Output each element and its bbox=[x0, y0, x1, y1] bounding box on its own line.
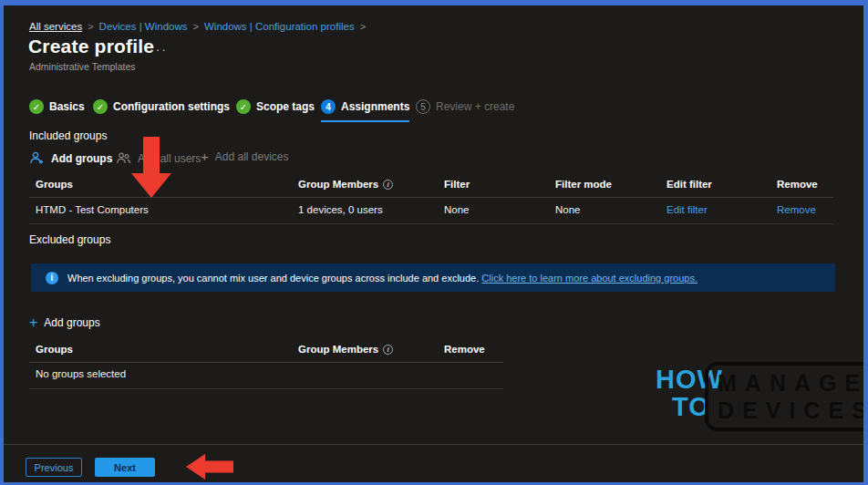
plus-icon: + bbox=[201, 150, 209, 163]
info-banner-text: When excluding groups, you cannot mix us… bbox=[67, 273, 698, 284]
person-add-icon bbox=[29, 150, 45, 166]
page-subtitle: Administrative Templates bbox=[29, 61, 136, 72]
add-all-devices-button[interactable]: + Add all devices bbox=[201, 150, 288, 163]
tab-label: Scope tags bbox=[256, 100, 315, 113]
logo-devices-text: DEVICES bbox=[718, 397, 868, 424]
excluded-col-group-members: Group Members i bbox=[298, 344, 393, 355]
people-icon bbox=[116, 150, 131, 166]
logo-box: MANAGE DEVICES bbox=[705, 362, 868, 431]
red-arrow-left-annotation bbox=[186, 454, 233, 480]
add-groups-label: Add groups bbox=[51, 152, 112, 165]
plus-icon: + bbox=[29, 316, 37, 329]
tab-configuration-settings[interactable]: ✓ Configuration settings bbox=[93, 99, 230, 114]
filter-mode-cell: None bbox=[555, 204, 581, 215]
breadcrumb: All services>Devices | Windows>Windows |… bbox=[29, 17, 371, 34]
info-icon: i bbox=[46, 272, 58, 284]
breadcrumb-configuration-profiles[interactable]: Windows | Configuration profiles bbox=[204, 21, 355, 32]
included-table-row: HTMD - Test Computers 1 devices, 0 users… bbox=[4, 204, 868, 222]
tab-label: Configuration settings bbox=[113, 100, 230, 113]
logo-manage-text: MANAGE bbox=[718, 369, 868, 397]
included-col-filter-mode: Filter mode bbox=[555, 179, 612, 190]
remove-link[interactable]: Remove bbox=[777, 204, 816, 215]
empty-state-text: No groups selected bbox=[36, 368, 126, 379]
add-groups-excluded-button[interactable]: + Add groups bbox=[29, 316, 100, 329]
step-number-icon: 5 bbox=[416, 99, 430, 114]
included-groups-heading: Included groups bbox=[29, 129, 107, 142]
breadcrumb-separator: > bbox=[360, 21, 366, 32]
edit-filter-link[interactable]: Edit filter bbox=[666, 204, 708, 215]
add-groups-button[interactable]: Add groups bbox=[29, 150, 112, 166]
table-divider bbox=[29, 362, 503, 363]
page-title: Create profile bbox=[28, 36, 154, 57]
check-circle-icon: ✓ bbox=[93, 99, 108, 114]
table-divider bbox=[29, 223, 833, 224]
tab-label: Review + create bbox=[436, 100, 514, 113]
group-name-cell: HTMD - Test Computers bbox=[36, 204, 149, 215]
info-banner: i When excluding groups, you cannot mix … bbox=[31, 263, 835, 292]
table-divider bbox=[29, 388, 503, 389]
breadcrumb-separator: > bbox=[88, 21, 93, 32]
included-col-filter: Filter bbox=[444, 179, 470, 190]
included-col-remove: Remove bbox=[777, 179, 818, 190]
check-circle-icon: ✓ bbox=[29, 99, 44, 114]
excluded-col-remove: Remove bbox=[444, 344, 485, 355]
check-circle-icon: ✓ bbox=[236, 99, 251, 114]
breadcrumb-separator: > bbox=[193, 21, 199, 32]
tab-scope-tags[interactable]: ✓ Scope tags bbox=[236, 99, 315, 114]
tab-label: Assignments bbox=[341, 100, 409, 113]
previous-button[interactable]: Previous bbox=[26, 458, 82, 477]
included-col-group-members: Group Members i bbox=[298, 179, 393, 190]
footer-divider bbox=[4, 444, 863, 445]
portal-window: All services>Devices | Windows>Windows |… bbox=[0, 0, 868, 485]
step-number-icon: 4 bbox=[321, 99, 336, 114]
learn-more-link[interactable]: Click here to learn more about excluding… bbox=[481, 273, 698, 284]
excluded-col-groups: Groups bbox=[36, 344, 73, 355]
tab-assignments[interactable]: 4 Assignments bbox=[321, 99, 409, 122]
included-col-groups: Groups bbox=[36, 179, 73, 190]
add-groups-excluded-label: Add groups bbox=[44, 316, 99, 329]
filter-cell: None bbox=[444, 204, 470, 215]
included-col-edit-filter: Edit filter bbox=[666, 179, 712, 190]
next-button[interactable]: Next bbox=[95, 458, 155, 477]
group-members-cell: 1 devices, 0 users bbox=[298, 204, 383, 215]
tab-basics[interactable]: ✓ Basics bbox=[29, 99, 85, 114]
tab-label: Basics bbox=[49, 100, 85, 113]
red-arrow-down-annotation bbox=[130, 137, 172, 199]
context-menu-icon[interactable]: ··· bbox=[150, 42, 168, 57]
htmd-logo: HOW TO MANAGE DEVICES bbox=[646, 359, 842, 430]
breadcrumb-devices-windows[interactable]: Devices | Windows bbox=[99, 21, 188, 32]
add-all-devices-label: Add all devices bbox=[215, 150, 289, 163]
info-icon: i bbox=[383, 180, 393, 190]
excluded-groups-heading: Excluded groups bbox=[29, 233, 110, 246]
tab-review-create[interactable]: 5 Review + create bbox=[416, 99, 514, 114]
info-icon: i bbox=[383, 345, 393, 355]
breadcrumb-all-services[interactable]: All services bbox=[29, 21, 82, 32]
